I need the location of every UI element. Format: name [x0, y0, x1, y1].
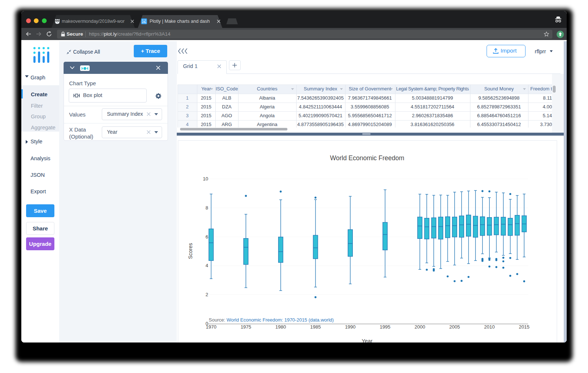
svg-text:8: 8	[205, 205, 208, 211]
svg-text:10: 10	[203, 176, 208, 182]
svg-text:World Economic Freedom: World Economic Freedom	[330, 154, 404, 162]
svg-text:2005: 2005	[449, 324, 460, 330]
svg-text:1985: 1985	[310, 324, 321, 330]
svg-text:Year: Year	[362, 338, 372, 342]
svg-text:2015: 2015	[519, 324, 530, 330]
svg-text:4: 4	[205, 263, 208, 268]
svg-text:1980: 1980	[275, 324, 286, 330]
svg-text:2010: 2010	[484, 324, 495, 330]
svg-text:1970: 1970	[206, 324, 216, 330]
svg-text:1995: 1995	[380, 324, 390, 330]
svg-text:Scores: Scores	[187, 243, 193, 259]
svg-text:Source: World Economic Freedom: Source: World Economic Freedom: 1970-201…	[209, 317, 334, 323]
svg-text:1975: 1975	[241, 324, 251, 330]
svg-text:2: 2	[205, 292, 208, 297]
svg-text:6: 6	[205, 234, 208, 240]
svg-text:1990: 1990	[345, 324, 356, 330]
svg-text:2000: 2000	[415, 324, 425, 330]
